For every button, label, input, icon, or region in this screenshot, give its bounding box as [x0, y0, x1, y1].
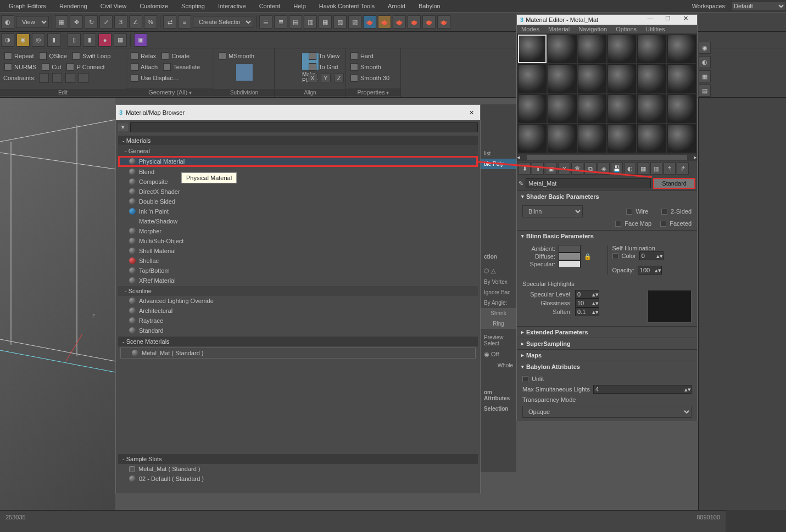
- general-category[interactable]: - General: [118, 146, 478, 156]
- render2-icon[interactable]: 🫖: [378, 15, 391, 29]
- options-menu[interactable]: Options: [611, 25, 641, 33]
- sample-slot-11[interactable]: [667, 64, 696, 93]
- move-icon[interactable]: ✥: [70, 15, 83, 29]
- menu-graph-editors[interactable]: Graph Editors: [2, 1, 53, 11]
- shellac-item[interactable]: Shellac: [118, 256, 478, 266]
- off-radio[interactable]: ◉: [484, 351, 491, 357]
- sample-slot-3[interactable]: [607, 35, 636, 63]
- modes-menu[interactable]: Modes: [517, 25, 544, 33]
- by-angle-check[interactable]: By Angle:: [481, 298, 516, 308]
- props-group-label[interactable]: Properties ▾: [346, 88, 400, 96]
- rotate-icon[interactable]: ↻: [85, 15, 98, 29]
- cut-button[interactable]: Cut: [41, 63, 62, 71]
- minimize-button[interactable]: —: [642, 15, 659, 25]
- specular-swatch[interactable]: [559, 260, 581, 268]
- background-icon[interactable]: ▦: [699, 70, 711, 82]
- menu-babylon[interactable]: Babylon: [412, 1, 447, 11]
- scanline-category[interactable]: - Scanline: [118, 286, 478, 296]
- ignore-back-check[interactable]: Ignore Bac: [481, 287, 516, 298]
- view-dropdown[interactable]: View: [16, 16, 49, 28]
- toview-button[interactable]: To View: [308, 52, 341, 60]
- shrink-button[interactable]: Shrink: [481, 308, 516, 318]
- render6-icon[interactable]: 🫖: [437, 15, 450, 29]
- sample-slot-6[interactable]: [518, 64, 547, 93]
- materials-category[interactable]: - Materials: [118, 136, 478, 145]
- menu-arnold[interactable]: Arnold: [381, 1, 412, 11]
- scale-icon[interactable]: ⤢: [99, 15, 113, 29]
- blend-material-item[interactable]: Blend: [118, 167, 478, 177]
- tb2-icon-2[interactable]: ◉: [16, 33, 30, 47]
- sample-slot-23[interactable]: [667, 124, 696, 153]
- sample-slots-category[interactable]: - Sample Slots: [118, 454, 478, 464]
- sample-slot-18[interactable]: [518, 124, 547, 153]
- top-bottom-item[interactable]: Top/Bottom: [118, 266, 478, 276]
- render-frame-icon[interactable]: ▨: [348, 15, 361, 29]
- extended-params-rollout[interactable]: Extended Parameters: [517, 327, 697, 338]
- tb2-icon-5[interactable]: ▯: [68, 33, 81, 47]
- sample-slot-20[interactable]: [578, 124, 606, 153]
- ink-n-paint-item[interactable]: Ink 'n Paint: [118, 206, 478, 216]
- create-button[interactable]: Create: [160, 52, 191, 60]
- material-type-button[interactable]: Standard: [653, 178, 695, 189]
- qslice-button[interactable]: QSlice: [38, 52, 68, 60]
- sample-slot-2[interactable]: [578, 35, 606, 63]
- menu-scripting[interactable]: Scripting: [175, 1, 211, 11]
- directx-shader-item[interactable]: DirectX Shader: [118, 187, 478, 197]
- pick-icon[interactable]: ✎: [519, 180, 523, 187]
- tb2-icon-7[interactable]: ●: [98, 33, 112, 47]
- poly-icon[interactable]: ⬠: [484, 267, 489, 274]
- morpher-item[interactable]: Morpher: [118, 226, 478, 236]
- sample-slot-12[interactable]: [518, 94, 547, 123]
- standard-item[interactable]: Standard: [118, 326, 478, 335]
- percent-snap-icon[interactable]: %: [144, 15, 157, 29]
- by-vertex-check[interactable]: By Vertex: [481, 277, 516, 287]
- material-menu[interactable]: Material: [544, 25, 574, 33]
- menu-customize[interactable]: Customize: [133, 1, 175, 11]
- tb2-icon-3[interactable]: ◎: [32, 33, 45, 47]
- lock-icon[interactable]: 🔒: [584, 253, 592, 260]
- command-panel[interactable]: [698, 98, 786, 510]
- sample-slot-4[interactable]: [637, 35, 666, 63]
- sample-slot-5[interactable]: [667, 35, 696, 63]
- sample-slot-14[interactable]: [578, 94, 606, 123]
- constraint-4-icon[interactable]: [79, 73, 88, 83]
- go-parent-icon[interactable]: ↰: [664, 163, 676, 175]
- raytrace-item[interactable]: Raytrace: [118, 316, 478, 326]
- tessellate-button[interactable]: Tessellate: [162, 63, 201, 71]
- tb2-icon-6[interactable]: ▮: [83, 33, 96, 47]
- swift-loop-button[interactable]: Swift Loop: [71, 52, 112, 60]
- scene-materials-category[interactable]: - Scene Materials: [118, 337, 478, 346]
- mirror-icon[interactable]: ⇄: [163, 15, 176, 29]
- selfillum-color-check[interactable]: [612, 253, 618, 259]
- geometry-group-label[interactable]: Geometry (All) ▾: [126, 88, 214, 96]
- shader-select[interactable]: Blinn: [522, 205, 583, 217]
- utilities-menu[interactable]: Utilities: [641, 25, 669, 33]
- specular-level-spinner[interactable]: ▴▾: [575, 290, 599, 299]
- maximize-button[interactable]: ☐: [660, 15, 676, 25]
- angle-snap-icon[interactable]: ∠: [129, 15, 142, 29]
- workspaces-select[interactable]: Default: [731, 1, 786, 11]
- physical-material-item[interactable]: Physical Material: [118, 156, 478, 167]
- sample-slot-16[interactable]: [637, 94, 666, 123]
- sample-slot-21[interactable]: [607, 124, 636, 153]
- shell-material-item[interactable]: Shell Material: [118, 246, 478, 256]
- sample-slot-7[interactable]: [548, 64, 576, 93]
- go-forward-icon[interactable]: ↱: [677, 163, 689, 175]
- sample-slot-0[interactable]: [518, 35, 547, 63]
- constraint-2-icon[interactable]: [52, 73, 62, 83]
- unlit-check[interactable]: [522, 376, 528, 382]
- architectural-item[interactable]: Architectural: [118, 306, 478, 316]
- mat-editor-icon[interactable]: ▦: [319, 15, 332, 29]
- browser-titlebar[interactable]: 3 Material/Map Browser ✕: [116, 105, 480, 120]
- sample-slot-17[interactable]: [667, 94, 696, 123]
- scene-material-item[interactable]: Metal_Mat ( Standard ): [120, 348, 476, 359]
- browser-close-button[interactable]: ✕: [466, 107, 477, 118]
- sample-slot-22[interactable]: [637, 124, 666, 153]
- tb2-icon-4[interactable]: ▮: [47, 33, 60, 47]
- blinn-params-rollout[interactable]: Blinn Basic Parameters: [517, 231, 697, 242]
- shader-params-rollout[interactable]: Shader Basic Parameters: [517, 191, 697, 202]
- constraint-1-icon[interactable]: [39, 73, 49, 83]
- smooth30-button[interactable]: Smooth 30: [349, 74, 391, 82]
- render5-icon[interactable]: 🫖: [422, 15, 436, 29]
- constraint-3-icon[interactable]: [65, 73, 75, 83]
